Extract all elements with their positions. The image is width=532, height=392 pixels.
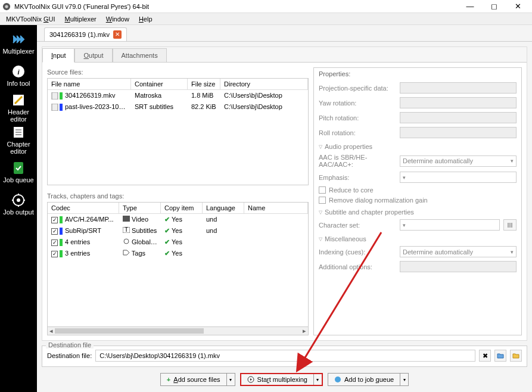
col-type[interactable]: Type — [119, 203, 161, 213]
remove-dlg-checkbox[interactable] — [319, 197, 326, 204]
document-tab[interactable]: 3041266319 (1).mkv ✕ — [44, 27, 127, 41]
add-source-dropdown[interactable]: ▾ — [226, 374, 235, 385]
track-checkbox[interactable]: ✓ — [51, 251, 58, 257]
row-charset: Character set: — [319, 219, 517, 231]
sidebar-item-chapter[interactable]: Chapter editor — [1, 125, 36, 155]
sidebar-item-queue[interactable]: Job queue — [1, 157, 36, 187]
video-type-icon — [123, 216, 130, 222]
check-icon: ✔ — [164, 250, 170, 257]
aac-combo[interactable]: Determine automatically — [400, 155, 517, 167]
row-remove-dlg[interactable]: Remove dialog normalization gain — [319, 197, 517, 204]
yaw-input[interactable] — [400, 97, 517, 108]
svg-rect-12 — [52, 92, 58, 99]
start-multiplexing-dropdown[interactable]: ▾ — [313, 374, 322, 385]
table-row[interactable]: 3041266319.mkv Matroska 1.8 MiB C:\Users… — [48, 90, 308, 101]
subtitles-type-icon: T — [123, 227, 130, 233]
track-checkbox[interactable]: ✓ — [51, 228, 58, 235]
browse-destination-button[interactable] — [494, 350, 506, 362]
group-subtitle[interactable]: Subtitle and chapter properties — [319, 209, 517, 216]
row-emphasis: Emphasis: — [319, 172, 517, 183]
maximize-button[interactable]: ◻ — [482, 0, 506, 13]
recent-destination-button[interactable] — [510, 350, 522, 362]
menu-multiplexer[interactable]: Multiplexer — [60, 14, 101, 24]
track-checkbox[interactable]: ✓ — [51, 239, 58, 246]
track-color-icon — [60, 250, 63, 257]
chapter-editor-icon — [11, 125, 26, 139]
menu-bar: MKVToolNix GUI Multiplexer Window Help — [0, 13, 532, 25]
scroll-left-icon[interactable]: ◂ — [48, 327, 55, 335]
sidebar-item-multiplexer[interactable]: Multiplexer — [1, 29, 36, 58]
svg-point-17 — [124, 239, 129, 244]
pitch-input[interactable] — [400, 112, 517, 123]
track-color-icon — [60, 216, 63, 223]
sidebar-label-multiplexer: Multiplexer — [2, 48, 34, 55]
track-checkbox[interactable]: ✓ — [51, 217, 58, 223]
close-tab-icon[interactable]: ✕ — [113, 30, 122, 39]
horizontal-scrollbar[interactable]: ◂ ▸ — [47, 327, 309, 335]
multiplexer-icon — [11, 32, 26, 46]
reduce-checkbox[interactable] — [319, 186, 326, 194]
col-language[interactable]: Language — [203, 203, 244, 213]
sidebar-item-header[interactable]: Header editor — [1, 93, 36, 123]
sidebar-item-info[interactable]: i Info tool — [1, 61, 36, 91]
add-queue-dropdown[interactable]: ▾ — [400, 374, 408, 385]
scroll-right-icon[interactable]: ▸ — [301, 327, 308, 335]
additional-input[interactable] — [400, 261, 517, 272]
charset-preview-button[interactable] — [503, 219, 517, 231]
group-misc[interactable]: Miscellaneous — [319, 235, 517, 242]
source-files-table[interactable]: File name Container File size Directory … — [47, 78, 309, 185]
add-source-button[interactable]: +Add source files ▾ — [160, 373, 235, 386]
destination-input[interactable] — [95, 350, 475, 362]
tab-attachments[interactable]: Attachments — [113, 48, 167, 62]
table-row[interactable]: past-lives-2023-1080p-w... SRT subtitles… — [48, 101, 308, 113]
menu-window[interactable]: Window — [101, 14, 134, 24]
table-row[interactable]: ✓4 entries Global t... ✔Yes — [48, 237, 308, 248]
globaltags-type-icon — [123, 238, 130, 244]
tracks-table[interactable]: Codec Type Copy item Language Name ✓AVC/… — [47, 202, 309, 327]
tab-input[interactable]: Input — [42, 48, 74, 63]
destination-row: Destination file: ✖ — [47, 350, 522, 362]
emphasis-combo[interactable] — [400, 172, 517, 183]
minimize-button[interactable]: — — [458, 0, 482, 13]
col-codec[interactable]: Codec — [48, 203, 119, 213]
svg-point-11 — [17, 198, 20, 202]
row-projection: Projection-specific data: — [319, 82, 517, 94]
table-row[interactable]: ✓AVC/H.264/MP... Video ✔Yes und — [48, 214, 308, 225]
destination-group: Destination file Destination file: ✖ — [42, 346, 527, 367]
col-container[interactable]: Container — [131, 79, 188, 89]
content-panel: Input Output Attachments Source files: F… — [42, 46, 527, 341]
menu-app[interactable]: MKVToolNix GUI — [1, 14, 60, 24]
tracks-header-row: Codec Type Copy item Language Name — [48, 203, 308, 214]
main-area: 3041266319 (1).mkv ✕ Input Output Attach… — [37, 25, 532, 392]
track-color-icon — [60, 228, 63, 235]
projection-input[interactable] — [400, 82, 517, 94]
row-pitch: Pitch rotation: — [319, 112, 517, 123]
close-button[interactable]: ✕ — [506, 0, 530, 13]
tracks-body: ✓AVC/H.264/MP... Video ✔Yes und ✓SubRip/… — [48, 214, 308, 259]
charset-combo[interactable] — [400, 219, 500, 231]
group-audio[interactable]: Audio properties — [319, 143, 517, 150]
clear-destination-button[interactable]: ✖ — [479, 350, 491, 362]
menu-help[interactable]: Help — [134, 14, 157, 24]
col-directory[interactable]: Directory — [220, 79, 308, 89]
row-reduce[interactable]: Reduce to core — [319, 186, 517, 194]
roll-input[interactable] — [400, 127, 517, 138]
table-row[interactable]: ✓SubRip/SRT T Subtitles ✔Yes und — [48, 225, 308, 237]
document-tab-label: 3041266319 (1).mkv — [49, 31, 110, 38]
col-copy[interactable]: Copy item — [161, 203, 203, 213]
title-bar: MKVToolNix GUI v79.0 ('Funeral Pyres') 6… — [0, 0, 532, 13]
scroll-thumb[interactable] — [55, 328, 204, 334]
tab-output[interactable]: Output — [74, 48, 112, 62]
add-queue-button[interactable]: Add to job queue ▾ — [328, 373, 409, 386]
col-filesize[interactable]: File size — [188, 79, 220, 89]
source-header-row: File name Container File size Directory — [48, 79, 308, 90]
col-name[interactable]: Name — [244, 203, 308, 213]
indexing-combo[interactable]: Determine automatically — [400, 246, 517, 257]
start-multiplexing-button[interactable]: Start multiplexing ▾ — [240, 373, 323, 386]
sidebar-label-chapter: Chapter editor — [1, 141, 36, 155]
col-filename[interactable]: File name — [48, 79, 131, 89]
sidebar: Multiplexer i Info tool Header editor Ch… — [0, 25, 37, 392]
sidebar-item-output[interactable]: Job output — [1, 189, 36, 219]
table-row[interactable]: ✓3 entries Tags ✔Yes — [48, 248, 308, 259]
svg-rect-13 — [52, 104, 58, 111]
